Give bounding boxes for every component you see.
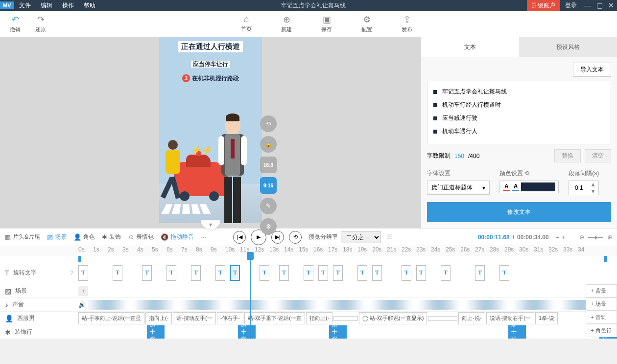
text-clip[interactable]: T [304, 265, 313, 281]
config-button[interactable]: ⚙配置 [361, 14, 372, 33]
add-scene-button[interactable]: + [78, 286, 88, 296]
deco-clip[interactable]: 加 十 强 [238, 325, 256, 339]
ratio-9-16[interactable]: 9:16 [260, 177, 277, 194]
loop-button[interactable]: ⟲ [289, 231, 302, 244]
color-swatch[interactable] [521, 182, 555, 191]
text-clip[interactable]: T [166, 265, 176, 281]
import-text-button[interactable]: 导入文本 [573, 63, 611, 77]
text-color-icon-2[interactable]: A [512, 183, 520, 191]
character-track[interactable]: 站-手掌向上-说话(一直显 指向上(- 话-摆动左手(一 -伸右手- 站-双手垂… [78, 312, 617, 325]
lock-control[interactable]: 🔒 [260, 136, 277, 153]
range-bar[interactable] [78, 256, 607, 262]
action-clip[interactable]: 指向上(- [145, 312, 172, 324]
action-clip[interactable] [333, 316, 358, 321]
tab-text[interactable]: 文本 [421, 37, 519, 57]
reset-icon[interactable]: ⟲ [524, 170, 529, 177]
publish-button[interactable]: ⇪发布 [402, 14, 412, 33]
add-background-button[interactable]: + 背景 [586, 284, 617, 297]
text-clip-selected[interactable]: T [230, 265, 240, 281]
color-picker[interactable]: A A [499, 181, 559, 193]
tab-role[interactable]: 👤角色 [73, 233, 95, 241]
text-clip[interactable]: T [357, 265, 367, 281]
prev-button[interactable]: |◀ [233, 231, 246, 244]
deco-clip[interactable]: 加 十 强 [329, 325, 347, 339]
text-clip[interactable]: T [499, 265, 509, 281]
add-role-button[interactable]: + 角色行 [586, 324, 617, 337]
text-clip[interactable]: T [191, 265, 201, 281]
minimize-icon[interactable]: ― [582, 1, 593, 9]
ratio-16-9[interactable]: 16:9 [260, 157, 277, 173]
gap-input[interactable] [569, 182, 589, 193]
redo-button[interactable]: ↷还原 [35, 14, 46, 33]
tab-scene[interactable]: ▨场景 [47, 233, 67, 241]
action-clip[interactable]: 指向上(- [306, 312, 332, 324]
deco-clip[interactable]: 加 十 强 [147, 325, 165, 339]
save-button[interactable]: ▣保存 [321, 14, 332, 33]
layers-icon[interactable]: ☰ [387, 234, 392, 241]
zoom-in-icon[interactable]: ⊕ [607, 234, 612, 241]
refresh-control[interactable]: ⟲ [260, 115, 277, 132]
deco-clip[interactable]: 加 十 强 [508, 325, 526, 339]
menu-help[interactable]: 帮助 [79, 0, 100, 11]
action-clip[interactable]: 1拳-说 [535, 312, 558, 324]
time-plus[interactable]: + [562, 234, 566, 241]
tab-preset[interactable]: 预设风格 [519, 37, 617, 57]
edit-control[interactable]: ✎ [260, 198, 277, 214]
replace-button[interactable]: 替换 [554, 149, 581, 162]
clear-button[interactable]: 清空 [585, 149, 611, 162]
add-audio-button[interactable]: + 音轨 [586, 311, 617, 324]
time-minus[interactable]: − [556, 234, 559, 241]
text-clip[interactable]: T [260, 265, 269, 281]
gap-stepper[interactable]: ▲▼ [569, 181, 599, 195]
time-total[interactable]: 00:00:34.00 [517, 234, 549, 241]
help-icon[interactable]: ? [70, 270, 73, 276]
text-clip[interactable]: T [318, 265, 328, 281]
expand-down-icon[interactable]: ▾ [201, 220, 220, 229]
action-clip[interactable]: ◯ 站-双手解说(一直显示) [359, 312, 427, 324]
text-clip[interactable]: T [333, 265, 343, 281]
new-button[interactable]: ⊕新建 [281, 14, 292, 33]
list-item[interactable]: 机动车遇行人 [431, 125, 607, 138]
zoom-out-icon[interactable]: ⊖ [579, 234, 584, 241]
scene-track[interactable]: + [78, 284, 617, 297]
text-list[interactable]: 牢记五点学会礼让斑马线 机动车行经人行横道时 应当减速行驶 机动车遇行人 [427, 81, 611, 144]
maximize-icon[interactable]: ▢ [593, 1, 605, 9]
waveform[interactable] [89, 300, 607, 310]
action-clip[interactable]: 说话-摆动右手(一 [486, 312, 534, 324]
close-icon[interactable]: ✕ [605, 1, 617, 9]
text-clip[interactable]: T [402, 265, 411, 281]
action-clip[interactable]: 站-双手垂下-说话(一直 [244, 312, 305, 324]
settings-control[interactable]: ⚙ [260, 218, 277, 235]
text-clip[interactable]: T [142, 265, 152, 281]
menu-action[interactable]: 操作 [57, 0, 79, 11]
action-clip[interactable]: 站-手掌向上-说话(一直显 [78, 312, 144, 324]
playhead[interactable] [250, 252, 251, 339]
mute-toggle-icon[interactable]: 🔊 [78, 301, 86, 308]
tab-emoji[interactable]: ☺表情包 [128, 233, 154, 241]
timeline-ruler[interactable]: 0s1s2s3s4s5s6s7s8s9s10s11s12s13s14s15s16… [0, 246, 617, 256]
text-clip[interactable]: T [416, 265, 426, 281]
menu-file[interactable]: 文件 [14, 0, 36, 11]
action-clip[interactable]: -伸右手- [217, 312, 243, 324]
more-icon[interactable]: ⋯ [201, 234, 207, 241]
list-item[interactable]: 牢记五点学会礼让斑马线 [431, 85, 607, 98]
tab-mute[interactable]: 🔇拖动静音 [161, 233, 194, 241]
undo-button[interactable]: ↶撤销 [10, 14, 21, 33]
login-button[interactable]: 登录 [560, 0, 582, 11]
action-clip[interactable] [428, 316, 457, 321]
menu-edit[interactable]: 编辑 [36, 0, 57, 11]
tab-deco[interactable]: ✱装饰 [102, 233, 121, 241]
tab-head-tail[interactable]: ▦片头&片尾 [5, 233, 40, 241]
action-clip[interactable]: 向上-说- [458, 312, 485, 324]
text-clip[interactable]: T [372, 265, 382, 281]
text-clip[interactable]: T [113, 265, 122, 281]
action-clip[interactable]: 话-摆动左手(一 [173, 312, 215, 324]
text-track[interactable]: TTTTTTTTTTTTTTTTTTT [78, 262, 617, 284]
text-clip[interactable]: T [441, 265, 451, 281]
text-clip[interactable]: T [279, 265, 289, 281]
modify-text-button[interactable]: 修改文本 [427, 202, 611, 222]
add-scene-button[interactable]: + 场景 [586, 297, 617, 311]
canvas[interactable]: 正在通过人行横道 应当停车让行 3 在机非机混行路段 ⚡⚡ ⟲ 🔒 16:9 9… [0, 37, 421, 228]
text-clip[interactable]: T [475, 265, 485, 281]
text-color-icon[interactable]: A [503, 183, 510, 191]
